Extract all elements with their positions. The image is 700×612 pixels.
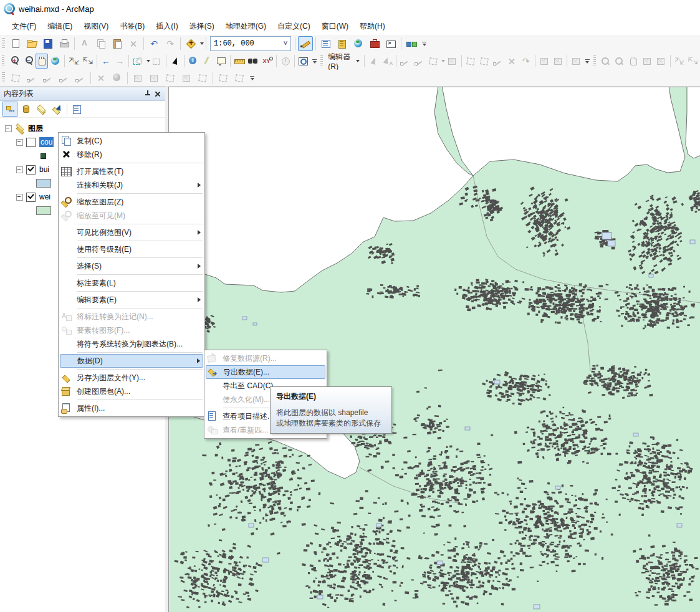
toc-options-button[interactable] [69,102,84,117]
construction-dropdown[interactable] [441,60,445,62]
delete-button[interactable] [126,36,141,51]
menubar-item-8[interactable]: 窗口(W) [316,19,354,34]
print-button[interactable] [57,36,72,51]
toolbar-grip[interactable] [2,38,5,49]
list-by-selection-button[interactable] [49,102,64,117]
undo-button[interactable]: ↶ [146,36,161,51]
search-button[interactable] [351,36,366,51]
point-tool-button[interactable] [446,54,458,69]
modelbuilder-button[interactable] [404,36,419,51]
map-scale-value[interactable]: 1:60, 000 [211,39,280,48]
add-data-button[interactable] [183,36,198,51]
pin-icon[interactable] [143,89,153,98]
toolbar-overflow-button[interactable] [312,55,317,67]
layer-checkbox-bui[interactable] [26,165,36,175]
toolbar-grip[interactable] [2,55,4,67]
list-by-drawing-order-button[interactable] [2,102,17,117]
toolbar-overflow-button[interactable] [249,72,256,84]
back-extent-button[interactable]: ← [100,54,112,69]
rectangle-tool-button[interactable] [146,70,161,85]
layer-checkbox-wei[interactable] [26,193,36,202]
forward-extent-button[interactable]: → [113,54,126,69]
zoom-in-button[interactable] [7,54,20,69]
buffer-button[interactable] [216,70,231,85]
table-of-contents-button[interactable] [319,36,333,51]
edit-misc-button[interactable] [570,54,582,69]
menubar-item-0[interactable]: 文件(F) [6,19,42,34]
toolbar-overflow-button[interactable] [421,37,428,50]
straight-segment-button[interactable] [399,54,411,69]
trace-tool-button[interactable] [427,54,439,69]
layout-fixed-zoom-out-button[interactable] [687,54,699,69]
sketch-properties-button[interactable] [552,54,564,69]
hyperlink-button[interactable] [201,54,213,69]
cut-polygons-button[interactable] [492,54,504,69]
split-tool-button[interactable] [506,54,518,69]
collapse-icon[interactable] [5,125,12,132]
paste-button[interactable] [110,36,125,51]
layout-fixed-zoom-in-button[interactable] [673,54,685,69]
menubar-item-9[interactable]: 帮助(H) [354,19,391,34]
layout-full-page-button[interactable] [641,54,653,69]
time-slider-button[interactable] [279,54,292,69]
copy-features-button[interactable] [8,70,23,85]
viewer-window-button[interactable] [297,54,310,69]
context-menu-item-28[interactable]: 属性(I)... [59,401,204,415]
add-data-dropdown[interactable] [200,42,204,45]
catalog-button[interactable] [335,36,350,51]
close-icon[interactable] [153,89,163,98]
toolbar-overflow-button[interactable] [585,55,590,67]
menubar-item-4[interactable]: 插入(I) [150,19,183,34]
go-to-xy-button[interactable] [261,54,273,69]
menubar-item-3[interactable]: 书签(B) [114,19,150,34]
menubar-item-2[interactable]: 视图(V) [78,19,114,34]
select-features-dropdown[interactable] [146,60,150,62]
select-elements-button[interactable] [169,54,181,69]
chevron-down-icon[interactable]: ˅ [280,37,290,50]
context-menu-item-1[interactable]: 移除(R) [59,148,204,161]
full-extent-button[interactable] [49,54,62,69]
context-menu-item-0[interactable]: 复制(C) [59,134,204,148]
extend-button[interactable] [41,70,55,85]
polygon-symbol-green[interactable] [36,206,51,215]
identify-button[interactable] [187,54,199,69]
editor-menu-button[interactable]: 编辑器(R) [325,52,362,71]
measure-button[interactable] [233,54,246,69]
editor-toolbar-toggle-button[interactable] [298,36,313,51]
cut-button[interactable] [77,36,92,51]
context-menu-item-11[interactable]: 使用符号级别(E) [59,242,204,256]
replace-geometry-button[interactable] [195,70,210,85]
context-menu-item-17[interactable]: 编辑要素(E) [59,293,204,307]
layout-pan-button[interactable] [627,54,640,69]
pan-button[interactable] [36,54,48,69]
python-window-button[interactable] [383,36,398,51]
explode-button[interactable] [93,70,108,85]
edit-vertices-button[interactable] [464,54,476,69]
layout-zoom-out-button[interactable] [613,54,625,69]
point-symbol[interactable] [41,153,46,159]
edit-annotation-button[interactable] [381,54,393,69]
layer-checkbox-cou[interactable] [26,138,36,147]
context-menu-item-4[interactable]: 连接和关联(J) [59,178,204,192]
toolbar-grip[interactable] [593,55,596,67]
union-button[interactable] [232,70,247,85]
layer-name-wei[interactable]: wei [39,193,50,201]
find-button[interactable] [247,54,259,69]
attributes-button[interactable] [538,54,550,69]
menubar-item-5[interactable]: 选择(S) [184,19,220,34]
layout-zoom-in-button[interactable] [599,54,611,69]
layer-name-cou[interactable]: cou [39,137,54,147]
copy-button[interactable] [93,36,108,51]
context-menu-item-23[interactable]: 数据(D) [60,354,203,368]
context-menu-item-9[interactable]: 可见比例范围(V) [59,226,204,239]
list-by-visibility-button[interactable] [34,102,49,117]
zoom-out-button[interactable] [22,54,34,69]
rotate-tool-button[interactable]: ↷ [520,54,532,69]
reshape-feature-button[interactable] [478,54,491,69]
menubar-item-6[interactable]: 地理处理(G) [220,19,272,34]
menubar-item-7[interactable]: 自定义(C) [272,19,316,34]
redo-button[interactable]: ↷ [163,36,178,51]
layers-root-label[interactable]: 图层 [28,123,43,134]
edit-tool-button[interactable] [367,54,380,69]
context-menu-item-13[interactable]: 选择(S) [59,259,204,273]
